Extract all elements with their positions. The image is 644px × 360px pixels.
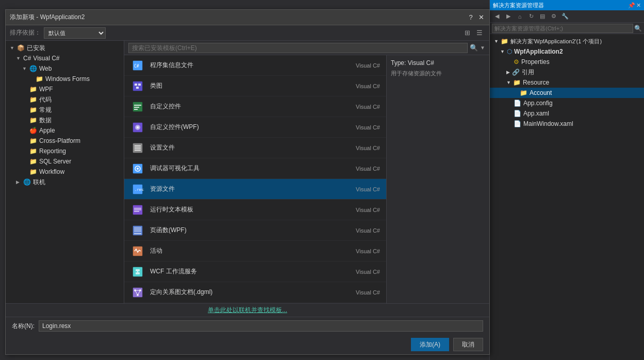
svg-rect-2 [133,81,142,91]
se-properties-btn[interactable]: ⚙ [549,11,559,22]
se-home-btn[interactable]: ⌂ [515,11,525,22]
se-account-item[interactable]: 📁 Account [490,88,644,98]
se-properties-item[interactable]: ⚙ Properties [490,57,644,67]
template-info-customcontrolwpf: 自定义控件(WPF) [150,123,339,132]
template-name-settings: 设置文件 [150,143,339,152]
template-item-dgml[interactable]: 定向关系图文档(.dgml) Visual C# [124,282,386,303]
online-link[interactable]: 单击此处以联机并查找模板... [6,304,489,317]
template-item-runtimetemplate[interactable]: 运行时文本模板 Visual C# [124,200,386,220]
info-type: Type: Visual C# [391,59,485,67]
template-category-classdiagram: Visual C# [344,83,380,89]
reporting-node-icon: 📁 [29,148,37,155]
right-panel: 🔍 ▼ C# [124,41,489,303]
add-button[interactable]: 添加(A) [411,338,449,351]
web-node-icon: 🌐 [29,65,37,72]
close-se-icon[interactable]: ✕ [636,2,641,9]
tree-visual-csharp[interactable]: ▼ C# Visual C# [6,53,124,63]
tree-reporting[interactable]: 📁 Reporting [6,146,124,156]
solution-explorer-panel: 解决方案资源管理器 📌 ✕ ◀ ▶ ⌂ ↻ ▤ ⚙ 🔧 🔍 ▼ 📁 解决方案'W… [489,0,644,360]
template-item-customcontrol[interactable]: 自定义控件 Visual C# [124,96,386,117]
template-info-customcontrol: 自定义控件 [150,102,339,111]
right-content: C# 程序集信息文件 Visual C# [124,55,489,303]
template-search-input[interactable] [128,43,468,53]
grid-view-button[interactable]: ⊞ [461,27,473,39]
template-icon-pagefunction [130,223,145,238]
resource-expand-icon: ▼ [506,80,511,85]
template-name-customcontrolwpf: 自定义控件(WPF) [150,123,339,132]
tree-online[interactable]: ▶ 🌐 联机 [6,177,124,187]
se-references-item[interactable]: ▶ 🔗 引用 [490,67,644,77]
svg-rect-29 [133,247,142,256]
template-item-classdiagram[interactable]: 类图 Visual C# [124,76,386,96]
online-expand-icon: ▶ [16,179,21,185]
se-project-item[interactable]: ▼ ⬡ WpfApplication2 [490,46,644,57]
tree-general[interactable]: 📁 常规 [6,105,124,115]
reporting-label: Reporting [39,148,66,155]
template-item-customcontrolwpf[interactable]: 自定义控件(WPF) Visual C# [124,117,386,138]
se-appxaml-item[interactable]: 📄 App.xaml [490,108,644,119]
wpf-node-icon: 📁 [29,86,37,93]
se-collapse-btn[interactable]: ▤ [537,11,548,22]
appconfig-icon: 📄 [514,100,521,107]
search-dropdown-icon[interactable]: ▼ [480,45,485,51]
tree-installed[interactable]: ▼ 📦 已安装 [6,43,124,53]
cancel-button[interactable]: 取消 [453,338,483,351]
template-item-activity[interactable]: 活动 Visual C# [124,241,386,261]
svg-rect-14 [135,145,141,146]
template-item-debugvisualizer[interactable]: 调试器可视化工具 Visual C# [124,158,386,179]
template-item-settings[interactable]: 设置文件 Visual C# [124,138,386,158]
online-node-icon: 🌐 [23,178,31,186]
sort-select[interactable]: 默认值 名称 类型 [44,27,106,39]
se-gear-btn[interactable]: 🔧 [560,11,570,22]
se-mainwindow-item[interactable]: 📄 MainWindow.xaml [490,119,644,129]
tree-sql-server[interactable]: 📁 SQL Server [6,156,124,167]
name-input[interactable] [39,320,483,332]
svg-rect-12 [137,126,139,128]
tree-workflow[interactable]: 📁 Workflow [6,167,124,177]
se-back-btn[interactable]: ◀ [492,11,502,22]
se-project-label: WpfApplication2 [514,48,563,55]
references-icon: 🔗 [512,69,520,76]
template-item-assembly[interactable]: C# 程序集信息文件 Visual C# [124,55,386,76]
name-label: 名称(N): [12,322,35,331]
pin-icon[interactable]: 📌 [628,2,635,9]
info-desc: 用于存储资源的文件 [391,70,485,77]
se-search-input[interactable] [492,24,633,33]
dialog-close-button[interactable]: ✕ [477,13,485,22]
tree-code[interactable]: 📁 代码 [6,94,124,105]
tree-apple[interactable]: 🍎 Apple [6,125,124,136]
solution-explorer-titlebar: 解决方案资源管理器 📌 ✕ [490,0,644,10]
tree-data[interactable]: 📁 数据 [6,115,124,125]
list-view-button[interactable]: ☰ [474,27,485,39]
data-label: 数据 [39,116,52,125]
installed-expand-icon: ▼ [10,45,15,51]
appxaml-icon: 📄 [514,110,521,117]
se-mainwindow-label: MainWindow.xaml [523,120,573,127]
csharp-label: Visual C# [33,55,59,62]
template-category-customcontrolwpf: Visual C# [344,124,380,130]
template-info-activity: 活动 [150,247,339,255]
se-search-icon[interactable]: 🔍 [634,25,642,32]
se-refresh-btn[interactable]: ↻ [526,11,536,22]
tree-windows-forms[interactable]: 📁 Windows Forms [6,74,124,84]
web-expand-icon: ▼ [22,66,27,71]
tree-web[interactable]: ▼ 🌐 Web [6,63,124,74]
template-name-dgml: 定向关系图文档(.dgml) [150,288,339,297]
se-appconfig-item[interactable]: 📄 App.config [490,98,644,108]
template-item-pagefunction[interactable]: 页函数(WPF) Visual C# [124,220,386,241]
template-item-resourcefile[interactable]: .resx 资源文件 Visual C# [124,179,386,200]
apple-label: Apple [39,127,55,134]
template-item-wcf[interactable]: WCF 工作流服务 Visual C# [124,261,386,282]
tree-wpf[interactable]: 📁 WPF [6,84,124,94]
button-row: 添加(A) 取消 [6,335,489,354]
info-panel: Type: Visual C# 用于存储资源的文件 [386,55,489,303]
tree-cross-platform[interactable]: 📁 Cross-Platform [6,136,124,146]
general-node-icon: 📁 [29,106,37,113]
svg-text:.resx: .resx [135,188,144,192]
online-label: 联机 [33,178,45,187]
dialog-help-button[interactable]: ? [467,13,475,22]
se-resource-folder[interactable]: ▼ 📁 Resource [490,77,644,88]
se-forward-btn[interactable]: ▶ [503,11,514,22]
se-solution-item[interactable]: ▼ 📁 解决方案'WpfApplication2'(1 个项目) [490,36,644,46]
name-row: 名称(N): [6,317,489,335]
